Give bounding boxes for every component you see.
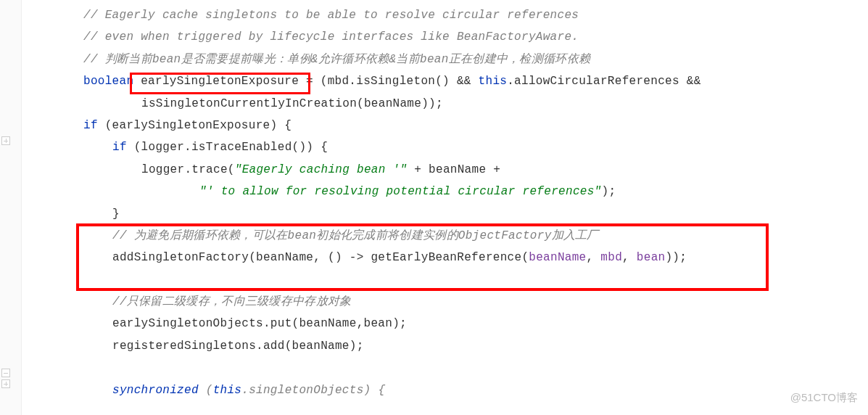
code-text: (earlySingletonExposure) { bbox=[105, 119, 292, 132]
code-line: boolean earlySingletonExposure = (mbd.is… bbox=[29, 70, 868, 92]
code-line: if (logger.isTraceEnabled()) { bbox=[29, 136, 868, 158]
code-text: logger.trace( bbox=[141, 163, 235, 176]
var-earlysingletonexposure: earlySingletonExposure bbox=[133, 75, 306, 88]
keyword-boolean: boolean bbox=[83, 75, 133, 88]
code-editor: // Eagerly cache singletons to be able t… bbox=[0, 0, 868, 401]
param-beanname: beanName bbox=[529, 251, 586, 264]
param-bean: bean bbox=[637, 251, 666, 264]
code-text: isSingletonCurrentlyInCreation(beanName)… bbox=[141, 97, 443, 110]
code-line: // even when triggered by lifecycle inte… bbox=[29, 26, 868, 48]
editor-gutter bbox=[0, 0, 22, 415]
code-line: synchronized (this.singletonObjects) { bbox=[29, 379, 868, 401]
code-line: //只保留二级缓存，不向三级缓存中存放对象 bbox=[29, 291, 868, 313]
fold-marker-icon[interactable] bbox=[1, 379, 10, 388]
code-text: addSingletonFactory(beanName, () -> getE… bbox=[112, 251, 529, 264]
comment-text: // Eagerly cache singletons to be able t… bbox=[83, 9, 579, 22]
code-text: ( bbox=[206, 384, 213, 397]
code-line: // 为避免后期循环依赖，可以在bean初始化完成前将创建实例的ObjectFa… bbox=[29, 225, 868, 247]
keyword-this: this bbox=[213, 384, 242, 397]
fold-marker-icon[interactable] bbox=[1, 136, 10, 145]
blank-line bbox=[29, 269, 868, 291]
keyword-if: if bbox=[112, 141, 134, 154]
comma: , bbox=[622, 251, 637, 264]
code-text: earlySingletonObjects.put(beanName,bean)… bbox=[112, 317, 407, 330]
keyword-synchronized: synchronized bbox=[112, 384, 206, 397]
code-text: .allowCircularReferences && bbox=[507, 75, 700, 88]
param-mbd: mbd bbox=[600, 251, 622, 264]
comment-text: //只保留二级缓存，不向三级缓存中存放对象 bbox=[112, 295, 352, 308]
comma: , bbox=[587, 251, 601, 264]
code-line: earlySingletonObjects.put(beanName,bean)… bbox=[29, 313, 868, 334]
code-text: = (mbd.isSingleton() && bbox=[306, 75, 479, 88]
code-text: } bbox=[112, 208, 120, 221]
code-text: + beanName + bbox=[407, 163, 500, 176]
code-line: // 判断当前bean是否需要提前曝光：单例&允许循环依赖&当前bean正在创建… bbox=[29, 49, 868, 70]
code-line: registeredSingletons.add(beanName); bbox=[29, 335, 868, 357]
string-literal: "' to allow for resolving potential circ… bbox=[199, 185, 602, 198]
comment-text: // 为避免后期循环依赖，可以在bean初始化完成前将创建实例的ObjectFa… bbox=[112, 229, 599, 242]
code-text: registeredSingletons.add(beanName); bbox=[112, 340, 364, 353]
watermark-text: @51CTO博客 bbox=[790, 387, 858, 408]
code-line: } bbox=[29, 203, 868, 225]
code-line: "' to allow for resolving potential circ… bbox=[29, 181, 868, 202]
fold-marker-icon[interactable] bbox=[1, 369, 10, 377]
comment-text: // even when triggered by lifecycle inte… bbox=[83, 30, 579, 44]
code-text: ); bbox=[602, 185, 616, 198]
keyword-if: if bbox=[83, 119, 105, 132]
code-line: addSingletonFactory(beanName, () -> getE… bbox=[29, 247, 868, 268]
code-line: logger.trace("Eagerly caching bean '" + … bbox=[29, 159, 868, 181]
code-text: (logger.isTraceEnabled()) { bbox=[134, 141, 328, 154]
code-line: // Eagerly cache singletons to be able t… bbox=[29, 4, 868, 26]
string-literal: "Eagerly caching bean '" bbox=[235, 163, 408, 176]
comment-text: // 判断当前bean是否需要提前曝光：单例&允许循环依赖&当前bean正在创建… bbox=[83, 53, 590, 66]
code-text: )); bbox=[665, 251, 687, 264]
code-line: isSingletonCurrentlyInCreation(beanName)… bbox=[29, 93, 868, 115]
keyword-this: this bbox=[479, 75, 508, 88]
code-text: .singletonObjects) { bbox=[241, 384, 385, 397]
code-line: if (earlySingletonExposure) { bbox=[29, 115, 868, 136]
blank-line bbox=[29, 357, 868, 379]
